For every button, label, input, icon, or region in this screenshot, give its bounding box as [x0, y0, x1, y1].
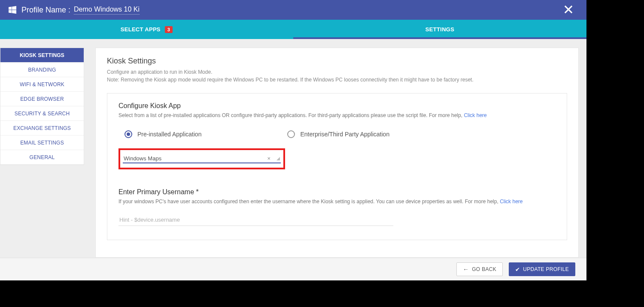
header-bar: Profile Name : Demo Windows 10 Ki — [0, 0, 586, 20]
radio-icon — [125, 130, 132, 138]
tab-select-apps-label: SELECT APPS — [121, 26, 161, 33]
app-select-highlight: Windows Maps × — [118, 148, 285, 169]
sidebar-item-general[interactable]: GENERAL — [0, 150, 84, 165]
page-desc-1: Configure an application to run in Kiosk… — [107, 68, 567, 76]
main-panel: Kiosk Settings Configure an application … — [95, 48, 579, 258]
tab-settings[interactable]: SETTINGS — [293, 20, 586, 39]
app-select[interactable]: Windows Maps × — [123, 154, 281, 163]
sidebar-item-email-settings[interactable]: EMAIL SETTINGS — [0, 135, 84, 150]
footer-bar: ← GO BACK ✔ UPDATE PROFILE — [0, 258, 586, 280]
app-select-value: Windows Maps — [124, 155, 161, 162]
profile-name-value[interactable]: Demo Windows 10 Ki — [74, 6, 140, 15]
arrow-left-icon: ← — [463, 266, 469, 273]
update-profile-button[interactable]: ✔ UPDATE PROFILE — [509, 262, 575, 276]
go-back-button[interactable]: ← GO BACK — [456, 262, 503, 276]
sidebar-item-kiosk-settings[interactable]: KIOSK SETTINGS — [0, 48, 84, 63]
go-back-label: GO BACK — [472, 266, 496, 272]
tab-settings-label: SETTINGS — [425, 26, 454, 33]
sidebar-item-security-search[interactable]: SECURITY & SEARCH — [0, 106, 84, 121]
dropdown-caret-icon — [276, 157, 280, 160]
radio-enterprise-label: Enterprise/Third Party Application — [300, 131, 389, 138]
configure-card: Configure Kiosk App Select from a list o… — [107, 93, 567, 240]
check-icon: ✔ — [515, 266, 520, 273]
configure-title: Configure Kiosk App — [118, 102, 556, 110]
radio-preinstalled-label: Pre-installed Application — [137, 131, 201, 138]
radio-enterprise[interactable]: Enterprise/Third Party Application — [287, 130, 389, 138]
page-title: Kiosk Settings — [107, 57, 567, 66]
page-desc-2: Note: Removing the Kiosk app mode would … — [107, 76, 567, 84]
username-block: Enter Primary Username * If your windows… — [118, 188, 556, 226]
radio-icon — [287, 130, 295, 138]
top-tabs: SELECT APPS 3 SETTINGS — [0, 20, 586, 39]
username-input[interactable] — [118, 212, 393, 226]
tab-select-apps[interactable]: SELECT APPS 3 — [0, 20, 293, 39]
configure-desc: Select from a list of pre-installed appl… — [118, 112, 556, 118]
username-help-link[interactable]: Click here — [500, 199, 522, 205]
select-apps-badge: 3 — [165, 26, 173, 33]
username-title: Enter Primary Username * — [118, 188, 556, 196]
username-desc: If your windows PC's have user accounts … — [118, 199, 556, 205]
app-type-radio-group: Pre-installed Application Enterprise/Thi… — [125, 130, 556, 138]
settings-sidebar: KIOSK SETTINGS BRANDING WIFI & NETWORK E… — [0, 48, 84, 165]
sidebar-item-edge-browser[interactable]: EDGE BROWSER — [0, 92, 84, 106]
profile-name-label: Profile Name : — [21, 6, 70, 15]
close-icon[interactable] — [562, 3, 574, 15]
configure-help-link[interactable]: Click here — [464, 112, 486, 118]
sidebar-item-branding[interactable]: BRANDING — [0, 63, 84, 77]
update-profile-label: UPDATE PROFILE — [523, 266, 569, 272]
sidebar-item-wifi-network[interactable]: WIFI & NETWORK — [0, 77, 84, 92]
radio-preinstalled[interactable]: Pre-installed Application — [125, 130, 201, 138]
windows-icon — [9, 6, 16, 14]
sidebar-item-exchange-settings[interactable]: EXCHANGE SETTINGS — [0, 121, 84, 135]
clear-icon[interactable]: × — [267, 155, 270, 162]
